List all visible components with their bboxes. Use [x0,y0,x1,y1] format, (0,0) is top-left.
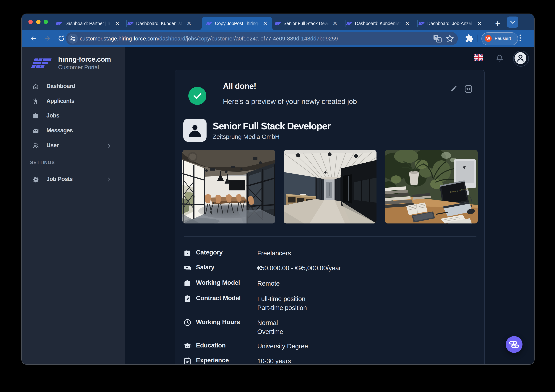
svg-text:x: x [438,38,440,41]
svg-text:G: G [435,36,437,39]
